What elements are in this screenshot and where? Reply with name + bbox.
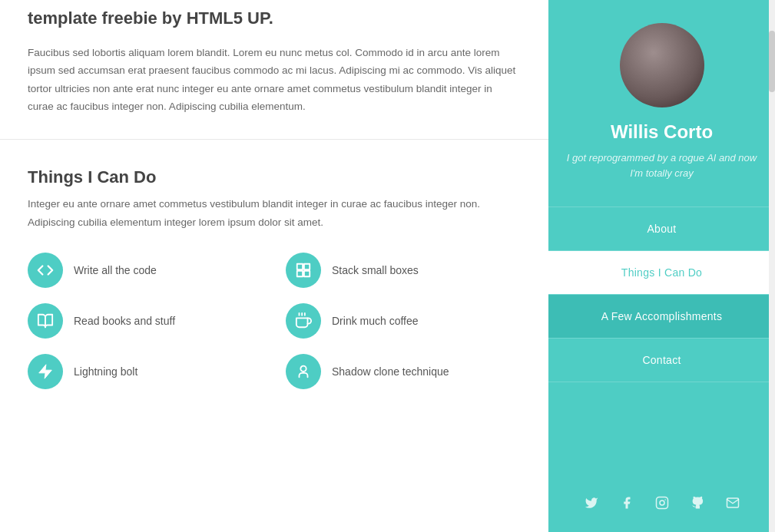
boxes-icon [286,253,321,288]
sidebar-divider-5 [548,382,775,382]
skill-label-clone: Shadow clone technique [332,365,449,378]
github-icon[interactable] [687,492,708,514]
scrollbar[interactable] [769,0,775,532]
svg-point-10 [660,501,664,505]
nav-item-accomplishments[interactable]: A Few Accomplishments [548,295,775,338]
skill-label-bolt: Lightning bolt [74,365,137,378]
svg-marker-7 [39,365,52,378]
skill-item-boxes: Stack small boxes [286,253,521,288]
sidebar-social [548,477,775,532]
svg-rect-3 [304,271,310,276]
facebook-icon[interactable] [616,492,638,514]
main-content: template freebie by HTML5 UP. Faucibus s… [0,0,548,532]
sidebar: Willis Corto I got reprogrammed by a rog… [548,0,775,532]
nav-item-about[interactable]: About [548,207,775,250]
svg-rect-0 [297,264,303,269]
skill-item-bolt: Lightning bolt [28,354,263,389]
code-icon [28,253,63,288]
avatar [620,23,704,107]
sidebar-top: Willis Corto I got reprogrammed by a rog… [548,0,775,207]
user-tagline: I got reprogrammed by a rogue AI and now… [564,150,760,180]
skill-item-books: Read books and stuff [28,303,263,339]
scrollbar-thumb[interactable] [769,31,775,92]
intro-body: Faucibus sed lobortis aliquam lorem blan… [28,44,521,117]
skill-label-coffee: Drink much coffee [332,315,419,327]
skills-description: Integer eu ante ornare amet commetus ves… [28,195,521,231]
skill-label-boxes: Stack small boxes [332,264,419,276]
instagram-icon[interactable] [651,492,673,514]
svg-point-8 [300,366,306,372]
skill-item-code: Write all the code [28,253,263,288]
intro-section: template freebie by HTML5 UP. Faucibus s… [0,0,548,140]
bolt-icon [28,354,63,389]
skill-item-clone: Shadow clone technique [286,354,521,389]
intro-title: template freebie by HTML5 UP. [28,8,521,30]
skills-title: Things I Can Do [28,167,521,187]
nav-item-things[interactable]: Things I Can Do [548,251,775,294]
svg-rect-2 [297,271,303,276]
skills-section: Things I Can Do Integer eu ante ornare a… [0,140,548,420]
svg-rect-1 [304,264,310,269]
email-icon[interactable] [722,492,744,514]
skills-grid: Write all the code Stack small boxes [28,253,521,389]
clone-icon [286,354,321,389]
nav-item-contact[interactable]: Contact [548,339,775,382]
svg-rect-9 [656,497,667,509]
user-name: Willis Corto [611,121,713,143]
twitter-icon[interactable] [581,492,602,514]
skill-label-books: Read books and stuff [74,315,175,327]
coffee-icon [286,303,321,339]
book-icon [28,303,63,339]
skill-item-coffee: Drink much coffee [286,303,521,339]
skill-label-code: Write all the code [74,264,157,276]
